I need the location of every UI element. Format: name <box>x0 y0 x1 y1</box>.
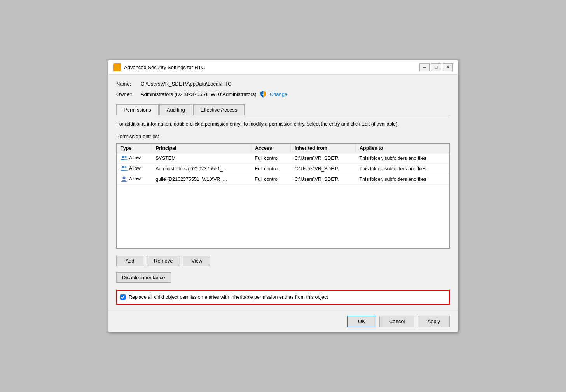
table-header-row: Type Principal Access Inherited from App… <box>117 144 449 153</box>
table-row[interactable]: AllowSYSTEMFull controlC:\Users\VR_SDET\… <box>117 153 449 163</box>
row-type-text: Allow <box>129 176 141 182</box>
tab-auditing[interactable]: Auditing <box>159 104 192 116</box>
add-button[interactable]: Add <box>116 256 143 266</box>
maximize-button[interactable]: □ <box>431 63 441 71</box>
action-buttons-row: Add Remove View <box>116 256 450 266</box>
owner-value: Administrators (D2102375551_W10\Administ… <box>141 91 257 97</box>
user-icon <box>121 176 128 182</box>
row-principal: guile (D2102375551_W10\VR_... <box>152 174 251 184</box>
name-value: C:\Users\VR_SDET\AppData\Local\HTC <box>141 81 231 87</box>
col-header-principal: Principal <box>152 144 251 153</box>
svg-point-1 <box>122 156 124 158</box>
row-inherited-from: C:\Users\VR_SDET\ <box>290 153 355 163</box>
name-row: Name: C:\Users\VR_SDET\AppData\Local\HTC <box>116 81 450 87</box>
window-icon <box>113 63 121 71</box>
shield-icon <box>260 91 267 98</box>
permissions-table: Type Principal Access Inherited from App… <box>117 144 449 185</box>
info-text: For additional information, double-click… <box>116 121 450 128</box>
tab-effective-access[interactable]: Effective Access <box>193 104 245 116</box>
row-principal: Administrators (D2102375551_... <box>152 163 251 174</box>
name-label: Name: <box>116 81 138 87</box>
row-inherited-from: C:\Users\VR_SDET\ <box>290 174 355 184</box>
minimize-button[interactable]: ─ <box>419 63 430 71</box>
row-applies-to: This folder, subfolders and files <box>356 153 449 163</box>
window-title: Advanced Security Settings for HTC <box>124 65 416 70</box>
replace-permissions-row: Replace all child object permission entr… <box>116 290 450 304</box>
table-row[interactable]: Allowguile (D2102375551_W10\VR_...Full c… <box>117 174 449 184</box>
col-header-access: Access <box>251 144 291 153</box>
svg-point-4 <box>125 166 127 168</box>
dialog-footer: OK Cancel Apply <box>108 311 458 332</box>
col-header-inherited-from: Inherited from <box>290 144 355 153</box>
row-access: Full control <box>251 163 291 174</box>
owner-row: Owner: Administrators (D2102375551_W10\A… <box>116 91 450 98</box>
view-button[interactable]: View <box>183 256 210 266</box>
tabs-bar: Permissions Auditing Effective Access <box>116 104 450 116</box>
row-type-cell: Allow <box>117 163 152 174</box>
remove-button[interactable]: Remove <box>147 256 180 266</box>
row-inherited-from: C:\Users\VR_SDET\ <box>290 163 355 174</box>
row-type-cell: Allow <box>117 153 152 163</box>
main-window: Advanced Security Settings for HTC ─ □ ✕… <box>108 60 458 332</box>
row-type-text: Allow <box>129 166 141 171</box>
replace-permissions-label: Replace all child object permission entr… <box>129 294 328 300</box>
cancel-button[interactable]: Cancel <box>379 316 414 327</box>
svg-point-5 <box>123 176 126 179</box>
row-principal: SYSTEM <box>152 153 251 163</box>
tab-permissions[interactable]: Permissions <box>116 104 159 116</box>
apply-button[interactable]: Apply <box>418 316 450 327</box>
owner-label: Owner: <box>116 91 138 97</box>
group-icon <box>121 166 128 172</box>
table-row[interactable]: AllowAdministrators (D2102375551_...Full… <box>117 163 449 174</box>
col-header-type: Type <box>117 144 152 153</box>
row-type-cell: Allow <box>117 174 152 184</box>
change-link[interactable]: Change <box>270 91 288 97</box>
row-access: Full control <box>251 153 291 163</box>
ok-button[interactable]: OK <box>347 316 376 327</box>
svg-point-2 <box>125 156 127 158</box>
row-applies-to: This folder, subfolders and files <box>356 174 449 184</box>
title-bar-controls: ─ □ ✕ <box>419 63 453 71</box>
permission-entries-table: Type Principal Access Inherited from App… <box>116 143 450 249</box>
col-header-applies-to: Applies to <box>356 144 449 153</box>
svg-point-3 <box>122 166 124 168</box>
dialog-content: Name: C:\Users\VR_SDET\AppData\Local\HTC… <box>108 75 458 311</box>
row-type-text: Allow <box>129 155 141 161</box>
row-applies-to: This folder, subfolders and files <box>356 163 449 174</box>
close-button[interactable]: ✕ <box>443 63 453 71</box>
section-label: Permission entries: <box>116 133 450 139</box>
group-icon <box>121 155 128 161</box>
replace-permissions-checkbox[interactable] <box>120 294 126 300</box>
row-access: Full control <box>251 174 291 184</box>
disable-inheritance-button[interactable]: Disable inheritance <box>116 272 171 283</box>
title-bar: Advanced Security Settings for HTC ─ □ ✕ <box>108 60 458 75</box>
